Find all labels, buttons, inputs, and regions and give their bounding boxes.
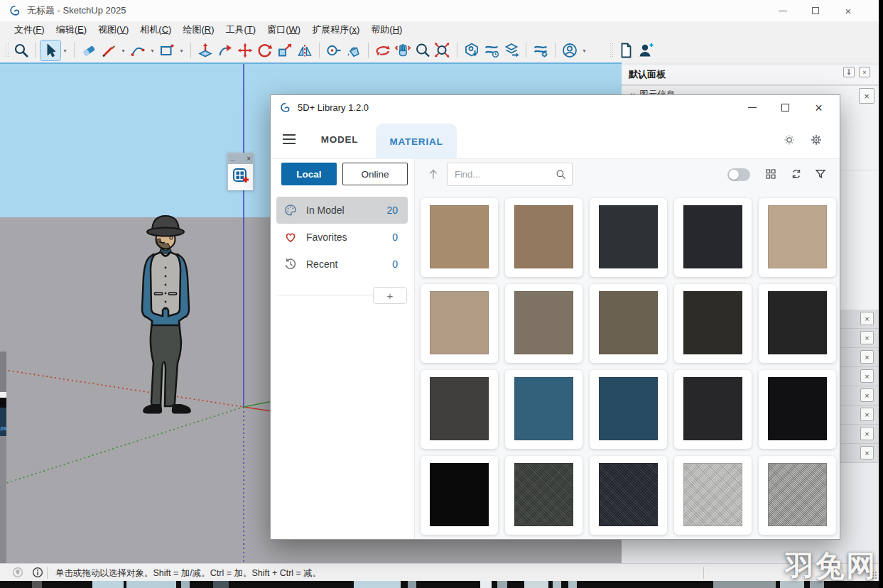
material-swatch-card[interactable] (759, 456, 836, 535)
dialog-close-button[interactable]: × (802, 95, 835, 120)
menu-item-f[interactable]: 文件(F) (9, 21, 50, 38)
paint-bucket-tool-button[interactable] (344, 40, 364, 60)
panel-close-button[interactable]: × (860, 427, 874, 440)
dialog-minimize-button[interactable] (735, 95, 769, 120)
entity-info-close-button[interactable]: × (859, 88, 874, 104)
menu-item-c[interactable]: 相机(C) (134, 21, 177, 38)
material-swatch-card[interactable] (421, 370, 498, 449)
warehouse-download-tool-button[interactable] (462, 40, 482, 60)
material-swatch-card[interactable] (421, 198, 498, 277)
source-tab-local[interactable]: Local (281, 163, 337, 185)
refresh-icon[interactable] (790, 168, 803, 180)
panel-close-button[interactable]: × (860, 350, 874, 364)
eraser-tool-button[interactable] (79, 40, 99, 60)
material-swatch-card[interactable] (421, 456, 498, 535)
mini-toolbar-close-icon[interactable]: × (247, 156, 251, 163)
pencil-dropdown-caret[interactable]: ▾ (119, 41, 128, 60)
pushpull-tool-button[interactable] (195, 40, 215, 60)
material-swatch-card[interactable] (674, 284, 752, 363)
minimize-button[interactable] (766, 0, 799, 21)
add-person-tool-button[interactable] (636, 40, 656, 60)
layers-share-tool-button[interactable] (502, 40, 521, 60)
nav-recent[interactable]: Recent0 (276, 251, 408, 278)
mirror-tool-button[interactable] (295, 40, 315, 60)
grid-view-icon[interactable] (764, 168, 777, 180)
material-swatch-card[interactable] (505, 370, 583, 449)
panel-close-button[interactable]: × (860, 446, 874, 459)
account-tool-button[interactable] (560, 40, 580, 60)
maximize-button[interactable] (799, 0, 832, 21)
material-swatch-card[interactable] (505, 456, 583, 535)
tab-material[interactable]: MATERIAL (376, 124, 457, 159)
zoom-select-tool-button[interactable] (11, 40, 31, 60)
material-swatch-card[interactable] (674, 456, 752, 535)
menu-item-h[interactable]: 帮助(H) (365, 21, 408, 38)
material-swatch-card[interactable] (505, 284, 583, 363)
material-swatch-card[interactable] (590, 370, 667, 449)
select-arrow-tool-button[interactable] (40, 40, 60, 60)
menu-item-r[interactable]: 绘图(R) (177, 21, 220, 38)
add-library-button[interactable]: + (373, 287, 407, 304)
material-swatch-card[interactable] (505, 198, 583, 277)
toolbar-grip[interactable] (5, 43, 9, 58)
view-toggle-switch[interactable] (727, 168, 750, 181)
5d-library-button[interactable] (231, 166, 250, 188)
material-swatch-card[interactable] (759, 198, 836, 277)
material-swatch-card[interactable] (590, 284, 667, 363)
account-dropdown-caret[interactable]: ▾ (580, 41, 589, 60)
extension-warehouse-tool-button[interactable] (482, 40, 502, 60)
source-tab-online[interactable]: Online (342, 163, 408, 185)
new-document-tool-button[interactable] (616, 40, 636, 60)
search-input[interactable] (448, 163, 572, 185)
theme-brightness-icon[interactable] (783, 134, 796, 146)
gear-icon[interactable] (810, 134, 823, 146)
material-swatch-card[interactable] (759, 370, 836, 449)
search-icon[interactable] (555, 168, 567, 180)
panel-close-button[interactable]: × (860, 388, 874, 402)
nav-in-model[interactable]: In Model20 (276, 197, 408, 224)
panel-close-button[interactable]: × (860, 369, 874, 383)
material-swatch-card[interactable] (674, 370, 752, 449)
select-arrow-dropdown-caret[interactable]: ▾ (60, 41, 70, 60)
nav-favorites[interactable]: Favorites0 (276, 224, 408, 251)
zoom-extents-tool-button[interactable] (433, 40, 453, 60)
menu-item-w[interactable]: 窗口(W) (261, 21, 306, 38)
zoom-tool-button[interactable] (413, 40, 433, 60)
geolocation-icon[interactable] (11, 566, 24, 579)
material-swatch-card[interactable] (590, 198, 667, 277)
menu-item-e[interactable]: 编辑(E) (50, 21, 92, 38)
pan-tool-button[interactable] (393, 40, 413, 60)
filter-icon[interactable] (814, 168, 827, 180)
mini-toolbar-titlebar[interactable]: ... × (228, 153, 253, 164)
rectangle-dropdown-caret[interactable]: ▾ (177, 41, 186, 60)
menu-item-x[interactable]: 扩展程序(x) (306, 21, 365, 38)
panel-close-button[interactable]: × (860, 408, 874, 421)
material-swatch-card[interactable] (590, 456, 667, 535)
menu-item-t[interactable]: 工具(T) (220, 21, 262, 38)
material-swatch-card[interactable] (674, 198, 752, 277)
tab-model[interactable]: MODEL (308, 120, 372, 159)
scale-tool-button[interactable] (275, 40, 295, 60)
followme-tool-button[interactable] (215, 40, 235, 60)
panel-close-button[interactable]: × (860, 312, 874, 325)
dialog-maximize-button[interactable] (769, 95, 802, 120)
extension-settings-tool-button[interactable] (531, 40, 551, 60)
tray-close-icon[interactable]: × (859, 67, 870, 77)
arc-dropdown-caret[interactable]: ▾ (148, 41, 157, 60)
hamburger-menu-icon[interactable] (283, 134, 296, 144)
tape-measure-tool-button[interactable] (324, 40, 344, 60)
toolbar-grip[interactable] (610, 43, 614, 58)
info-icon[interactable] (31, 566, 44, 579)
orbit-tool-button[interactable] (373, 40, 393, 60)
pin-icon[interactable] (843, 67, 855, 77)
move-tool-button[interactable] (235, 40, 255, 60)
material-swatch-card[interactable] (759, 284, 836, 363)
close-button[interactable]: × (832, 0, 865, 21)
panel-close-button[interactable]: × (860, 331, 874, 344)
rectangle-tool-button[interactable] (157, 40, 177, 60)
menu-item-v[interactable]: 视图(V) (92, 21, 134, 38)
rotate-tool-button[interactable] (255, 40, 275, 60)
scroll-up-icon[interactable] (426, 167, 440, 181)
arc-tool-button[interactable] (128, 40, 148, 60)
pencil-tool-button[interactable] (99, 40, 119, 60)
